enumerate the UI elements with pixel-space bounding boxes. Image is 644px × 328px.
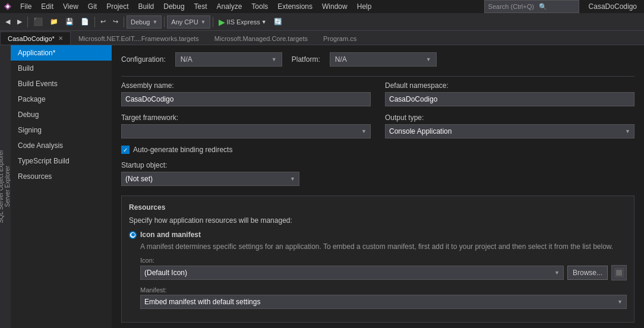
icon-field-row: (Default Icon) ▼ Browse...	[140, 265, 627, 280]
preview-icon	[614, 268, 624, 277]
tab-casadocodigo-close[interactable]: ✕	[58, 35, 63, 42]
platform-config-value: N/A	[335, 55, 347, 64]
startup-object-select[interactable]: (Not set) ▼	[121, 172, 299, 186]
tab-casadocodigo[interactable]: CasaDoCodigo* ✕	[0, 31, 71, 45]
configuration-label: Configuration:	[121, 55, 166, 64]
tab-frameworks[interactable]: Microsoft.NET.EoIT....Frameworks.targets	[71, 31, 207, 45]
run-button[interactable]: ▶ IIS Express ▼	[216, 15, 270, 29]
tab-program-cs-label: Program.cs	[323, 35, 356, 42]
resources-desc: Specify how application resources will b…	[129, 216, 627, 225]
checkmark-icon: ✓	[123, 147, 128, 153]
server-explorer-label[interactable]: Server Explorer	[4, 163, 11, 209]
redo-button[interactable]: ↪	[110, 15, 121, 29]
startup-object-row: Startup object: (Not set) ▼	[121, 161, 634, 186]
assembly-name-input[interactable]	[121, 92, 371, 106]
toolbar-btn-4[interactable]: 📄	[78, 15, 92, 29]
search-box[interactable]: Search (Ctrl+Q) 🔍	[484, 0, 579, 13]
nav-application[interactable]: Application*	[11, 45, 112, 61]
menu-edit[interactable]: Edit	[36, 1, 58, 12]
target-framework-label: Target framework:	[121, 113, 371, 122]
menu-test[interactable]: Test	[190, 1, 212, 12]
icon-select[interactable]: (Default Icon) ▼	[140, 266, 564, 280]
menu-analyze[interactable]: Analyze	[212, 1, 247, 12]
toolbar-btn-1[interactable]: ⬛	[30, 15, 46, 29]
menu-debug[interactable]: Debug	[159, 1, 189, 12]
output-type-label: Output type:	[385, 113, 634, 122]
toolbar: ◀ ▶ ⬛ 📁 💾 📄 ↩ ↪ Debug ▼ Any CPU ▼ ▶ IIS …	[0, 13, 644, 31]
search-placeholder: Search (Ctrl+Q)	[488, 3, 534, 10]
platform-config-arrow: ▼	[426, 56, 431, 62]
back-button[interactable]: ◀	[2, 15, 13, 29]
target-framework-group: Target framework: ▼	[121, 113, 371, 138]
tabs-row: CasaDoCodigo* ✕ Microsoft.NET.EoIT....Fr…	[0, 31, 644, 45]
icon-manifest-radio[interactable]	[129, 231, 137, 239]
platform-label: Any CPU	[171, 18, 198, 26]
nav-build[interactable]: Build	[11, 61, 112, 76]
manifest-select[interactable]: Embed manifest with default settings ▼	[140, 295, 627, 309]
configuration-dropdown[interactable]: N/A ▼	[175, 52, 282, 67]
debug-config-dropdown[interactable]: Debug ▼	[127, 15, 162, 29]
user-label: CasaDoCodigo	[584, 2, 642, 11]
menu-project[interactable]: Project	[102, 1, 133, 12]
platform-config-label: Platform:	[292, 55, 320, 64]
assembly-name-group: Assembly name:	[121, 81, 371, 106]
icon-preview	[611, 265, 627, 280]
nav-build-events[interactable]: Build Events	[11, 76, 112, 92]
icon-manifest-radio-row: Icon and manifest	[129, 231, 627, 239]
platform-config-dropdown[interactable]: N/A ▼	[330, 52, 437, 67]
manifest-field-label: Manifest:	[140, 286, 627, 294]
toolbar-btn-3[interactable]: 💾	[62, 15, 77, 29]
manifest-field-row: Embed manifest with default settings ▼	[140, 295, 627, 309]
icon-arrow: ▼	[554, 270, 560, 276]
target-framework-arrow: ▼	[361, 128, 367, 134]
nav-resources[interactable]: Resources	[11, 169, 112, 184]
main-container: Server Explorer SQL Server Object Explor…	[0, 45, 644, 328]
svg-rect-3	[616, 270, 622, 276]
nav-code-analysis[interactable]: Code Analysis	[11, 138, 112, 153]
menu-help[interactable]: Help	[352, 1, 377, 12]
tab-managed-core[interactable]: Microsoft.Managed.Core.targets	[207, 31, 315, 45]
nav-typescript-build[interactable]: TypeScript Build	[11, 153, 112, 169]
default-namespace-group: Default namespace:	[385, 81, 634, 106]
icon-manifest-label: Icon and manifest	[140, 231, 201, 239]
menu-file[interactable]: File	[15, 1, 36, 12]
debug-config-label: Debug	[131, 18, 150, 26]
platform-dropdown[interactable]: Any CPU ▼	[167, 15, 210, 29]
separator-4	[164, 17, 165, 27]
framework-output-row: Target framework: ▼ Output type: Console…	[121, 113, 634, 138]
undo-button[interactable]: ↩	[97, 15, 109, 29]
tab-casadocodigo-label: CasaDoCodigo*	[8, 35, 55, 42]
default-namespace-input[interactable]	[385, 92, 634, 106]
forward-button[interactable]: ▶	[14, 15, 25, 29]
browse-button[interactable]: Browse...	[567, 266, 608, 280]
icon-value: (Default Icon)	[144, 269, 187, 277]
target-framework-select[interactable]: ▼	[121, 124, 371, 138]
assembly-name-label: Assembly name:	[121, 81, 371, 90]
auto-generate-checkbox[interactable]: ✓	[121, 146, 130, 154]
separator-2	[94, 17, 95, 27]
output-type-group: Output type: Console Application ▼	[385, 113, 634, 138]
auto-generate-row: ✓ Auto-generate binding redirects	[121, 146, 634, 154]
menu-window[interactable]: Window	[317, 1, 352, 12]
nav-signing[interactable]: Signing	[11, 122, 112, 138]
default-namespace-label: Default namespace:	[385, 81, 634, 90]
refresh-button[interactable]: 🔄	[271, 15, 285, 29]
radio-inner	[131, 233, 135, 236]
play-icon: ▶	[219, 17, 225, 27]
nav-debug[interactable]: Debug	[11, 107, 112, 122]
menu-git[interactable]: Git	[83, 1, 102, 12]
menu-tools[interactable]: Tools	[247, 1, 273, 12]
menu-build[interactable]: Build	[134, 1, 159, 12]
configuration-arrow: ▼	[272, 56, 277, 62]
startup-object-arrow: ▼	[290, 176, 295, 182]
toolbar-btn-2[interactable]: 📁	[47, 15, 61, 29]
output-type-select[interactable]: Console Application ▼	[385, 124, 634, 138]
menu-extensions[interactable]: Extensions	[273, 1, 317, 12]
sql-server-label[interactable]: SQL Server Object Explorer	[0, 147, 4, 226]
resources-title: Resources	[129, 203, 627, 212]
auto-generate-label: Auto-generate binding redirects	[133, 146, 232, 154]
menu-view[interactable]: View	[58, 1, 83, 12]
tab-program-cs[interactable]: Program.cs	[315, 31, 364, 45]
output-type-arrow: ▼	[625, 128, 630, 134]
nav-package[interactable]: Package	[11, 92, 112, 107]
